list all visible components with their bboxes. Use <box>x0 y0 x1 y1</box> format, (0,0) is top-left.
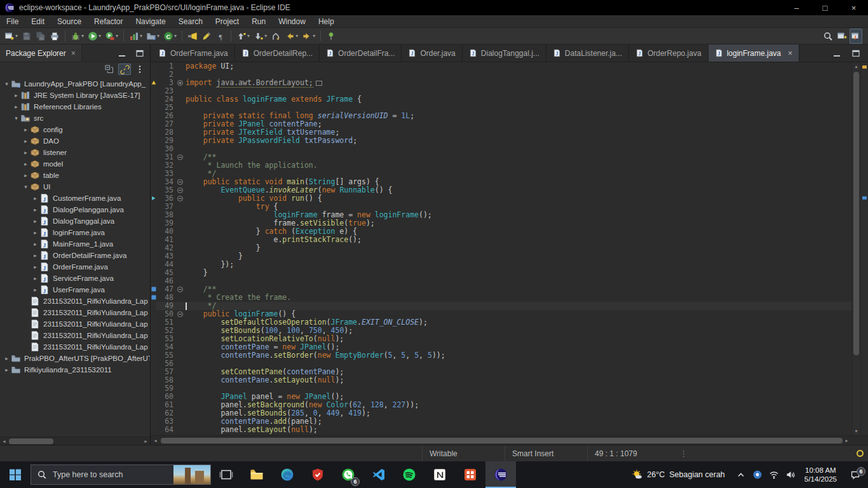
taskbar-spotify-button[interactable] <box>394 461 424 488</box>
tree-item-loginframe-java[interactable]: ▸JloginFrame.java <box>0 227 150 238</box>
tree-item-prakpbo-afteruts-prakpbo-afterut[interactable]: ▸PrakPBO_AfterUTS [PrakPBO_AfterUT <box>0 353 150 364</box>
chevron-right-icon[interactable]: ▸ <box>12 92 20 98</box>
chevron-down-icon[interactable]: ▾ <box>247 33 250 39</box>
editor-tab-orderrepo-java[interactable]: JOrderRepo.java <box>629 44 709 62</box>
overview-ruler[interactable] <box>860 62 868 435</box>
editor-vertical-scrollbar[interactable]: ▴ ▾ <box>851 62 860 435</box>
menu-search[interactable]: Search <box>172 15 209 27</box>
fold-collapse-icon[interactable]: − <box>177 187 183 193</box>
taskbar-eclipse-button[interactable] <box>485 461 516 488</box>
position-marker[interactable] <box>862 196 867 200</box>
fold-expand-icon[interactable]: + <box>177 80 183 86</box>
toolbar-new-java-project-button[interactable]: J▾ <box>145 29 161 44</box>
taskbar-clock[interactable]: 10:08 AM 5/14/2025 <box>799 466 843 484</box>
tree-item-jre-system-library-javase-17[interactable]: ▸JRE System Library [JavaSE-17] <box>0 90 150 101</box>
editor-maximize-button[interactable] <box>850 48 862 59</box>
toolbar-java-perspective-button[interactable]: J <box>850 29 862 44</box>
menu-window[interactable]: Window <box>272 15 312 27</box>
chevron-right-icon[interactable]: ▸ <box>31 218 39 224</box>
menu-run[interactable]: Run <box>245 15 272 27</box>
editor-tab-orderframe-java[interactable]: JOrderFrame.java <box>152 44 235 62</box>
fold-collapse-icon[interactable]: − <box>177 196 183 201</box>
scrollbar-thumb[interactable] <box>161 438 843 444</box>
chevron-right-icon[interactable]: ▸ <box>31 252 39 259</box>
tray-wifi-button[interactable] <box>766 461 782 488</box>
chevron-right-icon[interactable]: ▸ <box>31 264 39 270</box>
editor-tab-loginframe-java[interactable]: JloginFrame.java× <box>709 44 799 62</box>
chevron-right-icon[interactable]: ▸ <box>31 195 39 201</box>
fold-collapse-icon[interactable]: − <box>177 287 183 292</box>
scroll-down-icon[interactable]: ▾ <box>852 427 860 435</box>
close-icon[interactable]: × <box>788 49 792 58</box>
chevron-down-icon[interactable]: ▾ <box>157 33 159 39</box>
taskbar-vscode-button[interactable] <box>363 461 394 488</box>
toolbar-search-button[interactable] <box>822 29 834 44</box>
menu-edit[interactable]: Edit <box>25 15 51 27</box>
tray-chevron-up-button[interactable] <box>733 461 749 488</box>
scroll-right-icon[interactable]: ▸ <box>842 438 851 444</box>
toolbar-mark-occurrences-button[interactable] <box>200 29 213 44</box>
tree-item-2311532011-rifkiyuliandra-lap[interactable]: 2311532011_RifkiYuliandra_Lap <box>0 341 150 353</box>
tree-item-orderframe-java[interactable]: ▸JOrderFrame.java <box>0 261 150 273</box>
tree-item-config[interactable]: ▸config <box>0 124 150 135</box>
scroll-left-icon[interactable]: ◂ <box>151 438 160 444</box>
tree-item-dialogtanggal-java[interactable]: ▸JDialogTanggal.java <box>0 215 150 227</box>
toolbar-external-tools-button[interactable]: ▾ <box>104 29 119 44</box>
scrollbar-thumb[interactable] <box>853 72 859 355</box>
fold-collapse-icon[interactable]: − <box>177 179 183 185</box>
link-with-editor-button[interactable] <box>118 64 131 75</box>
editor-minimize-button[interactable] <box>831 48 843 59</box>
chevron-down-icon[interactable]: ▾ <box>81 33 84 39</box>
chevron-down-icon[interactable]: ▾ <box>174 33 177 39</box>
tree-item-dialogpelanggan-java[interactable]: ▸JDialogPelanggan.java <box>0 204 150 215</box>
chevron-right-icon[interactable]: ▸ <box>12 104 20 110</box>
scroll-right-icon[interactable]: ▸ <box>142 438 150 444</box>
toolbar-next-annotation-button[interactable]: ▾ <box>252 29 268 44</box>
chevron-right-icon[interactable]: ▸ <box>31 241 39 247</box>
tree-item-orderdetailframe-java[interactable]: ▸JOrderDetailFrame.java <box>0 250 150 261</box>
scroll-up-icon[interactable]: ▴ <box>852 62 860 71</box>
chevron-right-icon[interactable]: ▸ <box>3 367 11 373</box>
taskbar-grid-app-button[interactable] <box>455 461 485 488</box>
status-overflow-icon[interactable]: ⋮ <box>670 445 698 461</box>
tree-item-rifkiyuliandra-2311532011[interactable]: ▸Rifkiyuliandra_2311532011 <box>0 364 150 376</box>
chevron-right-icon[interactable]: ▸ <box>31 275 39 281</box>
tree-item-customerframe-java[interactable]: ▸JCustomerFrame.java <box>0 193 150 204</box>
tree-item-userframe-java[interactable]: ▸JUserFrame.java <box>0 284 150 295</box>
menu-project[interactable]: Project <box>209 15 245 27</box>
explorer-horizontal-scrollbar[interactable]: ◂ ▸ <box>0 437 150 445</box>
menu-source[interactable]: Source <box>51 15 88 27</box>
chevron-right-icon[interactable]: ▸ <box>31 207 39 213</box>
code-editor[interactable]: 1package UI;23+import java.awt.BorderLay… <box>156 62 851 435</box>
toolbar-flashlight-search-button[interactable] <box>186 29 199 44</box>
scrollbar-thumb[interactable] <box>9 438 53 444</box>
toolbar-run-button[interactable]: ▾ <box>86 29 102 44</box>
taskbar-security-app-button[interactable] <box>302 461 333 488</box>
chevron-down-icon[interactable]: ▾ <box>15 33 18 39</box>
menu-file[interactable]: File <box>0 15 25 27</box>
window-minimize-button[interactable]: – <box>782 0 811 15</box>
toolbar-forward-button[interactable]: ▾ <box>301 29 316 44</box>
menu-navigate[interactable]: Navigate <box>129 15 172 27</box>
collapse-all-button[interactable] <box>103 64 116 75</box>
chevron-right-icon[interactable]: ▸ <box>3 355 11 362</box>
view-menu-button[interactable] <box>133 64 146 75</box>
toolbar-debug-button[interactable]: ▾ <box>69 29 85 44</box>
tree-item-2311532011-rifkiyuliandra-lap[interactable]: 2311532011_RifkiYuliandra_Lap <box>0 295 150 307</box>
editor-tab-orderdetailrep[interactable]: JOrderDetailRep... <box>235 44 320 62</box>
toolbar-prev-annotation-button[interactable]: ▾ <box>235 29 251 44</box>
tree-item-dao[interactable]: ▸DAO <box>0 135 150 147</box>
taskbar-notion-button[interactable] <box>424 461 455 488</box>
taskbar-file-explorer-button[interactable] <box>241 461 272 488</box>
warning-marker[interactable] <box>862 65 867 69</box>
chevron-down-icon[interactable]: ▾ <box>264 33 267 39</box>
chevron-down-icon[interactable]: ▾ <box>3 81 11 87</box>
line-number[interactable]: 2 <box>156 71 177 79</box>
view-minimize-button[interactable] <box>116 48 128 59</box>
window-close-button[interactable]: × <box>839 0 868 15</box>
toolbar-save-button[interactable] <box>20 29 33 44</box>
editor-tab-dialogtanggal-j[interactable]: JDialogTanggal.j... <box>463 44 546 62</box>
editor-tab-order-java[interactable]: JOrder.java <box>402 44 462 62</box>
tree-item-2311532011-rifkiyuliandra-lap[interactable]: 2311532011_RifkiYuliandra_Lap <box>0 307 150 318</box>
editor-tab-orderdetailfra[interactable]: JOrderDetailFra... <box>320 44 402 62</box>
